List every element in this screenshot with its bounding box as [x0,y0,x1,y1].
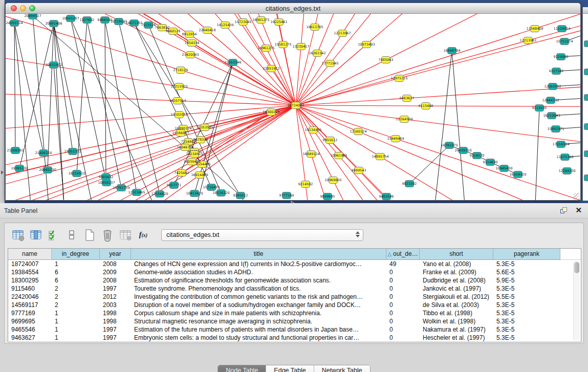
citation-edge-black[interactable] [105,20,106,177]
column-header-year[interactable]: year [100,249,131,260]
graph-node[interactable]: 21206591 [7,147,24,154]
citation-edge-red[interactable] [315,14,459,27]
graph-node[interactable]: 9660128 [166,28,181,35]
graph-node[interactable]: 11548408 [526,26,543,32]
citation-edge-black[interactable] [33,16,241,195]
graph-node[interactable]: 24055724 [6,20,23,27]
citation-edge-red[interactable] [178,101,296,105]
graph-node[interactable]: 9657771 [167,182,182,189]
citation-edge-black[interactable] [14,23,43,153]
citation-edge-red[interactable] [306,184,381,200]
graph-node[interactable]: 19166827 [172,130,189,137]
resize-grip[interactable] [573,193,580,200]
graph-node[interactable]: 9329960 [554,54,569,60]
graph-node[interactable]: 14895754 [372,154,388,160]
table-header-row[interactable]: namein_degreeyeartitle△out_de…shortpager… [8,249,581,260]
graph-node[interactable]: 16849124 [302,151,319,158]
citation-edge-red[interactable] [342,14,580,33]
graph-node[interactable]: 22640418 [199,27,215,34]
graph-node[interactable]: 1527602 [80,17,95,24]
citation-edge-red[interactable] [6,115,179,163]
graph-node[interactable]: 9777169 [279,192,294,199]
network-window-titlebar[interactable]: citations_edges.txt [6,3,580,14]
select-rows-button[interactable] [47,228,61,242]
graph-node[interactable]: 9699695 [320,193,335,200]
graph-node[interactable]: 16914479 [191,172,208,179]
citation-edge-red[interactable] [6,14,181,70]
background-window-sliver[interactable]: 11124127341144371595812160392450 [582,7,588,201]
graph-node[interactable]: 19125439 [216,22,233,29]
graph-node[interactable]: 16961275 [257,45,274,52]
graph-node[interactable]: 9821502 [402,181,417,187]
column-header-title[interactable]: title [131,249,386,260]
graph-node[interactable]: 9465546 [379,193,394,200]
citation-edge-red[interactable] [317,14,551,53]
graph-node[interactable]: 12213967 [334,30,351,37]
citation-edge-red[interactable] [6,133,181,200]
table-select-dropdown[interactable]: citations_edges.txt [161,229,363,241]
import-table-disabled-button[interactable] [118,228,133,242]
citation-edge-black[interactable] [435,51,452,200]
graph-node[interactable]: 2718126 [173,67,188,74]
graph-node[interactable]: 15449469 [387,136,404,142]
graph-node[interactable]: 21053346 [224,59,241,66]
graph-node[interactable]: 12975115 [390,75,407,82]
citation-edge-black[interactable] [54,24,73,151]
graph-node[interactable] [584,123,588,130]
graph-node[interactable]: 10973493 [358,41,375,48]
citation-edge-red[interactable] [181,70,296,105]
graph-node[interactable]: 12204330 [558,168,575,174]
graph-node[interactable]: 15723045 [234,19,251,26]
row-height-button[interactable] [64,228,79,242]
citation-edge-red[interactable] [200,105,296,175]
graph-node[interactable]: 15692971 [547,126,564,133]
column-header-pagerank[interactable]: pagerank [493,249,560,260]
citation-edge-red[interactable] [261,20,296,105]
citation-edge-red[interactable] [407,59,580,98]
graph-node[interactable]: 10413420 [186,190,203,197]
citation-edge-red[interactable] [333,180,580,200]
graph-node[interactable]: 10969605 [324,177,341,184]
column-header-name[interactable]: name [8,249,52,260]
graph-node[interactable]: 17771945 [321,60,338,67]
graph-node[interactable]: 15581275 [274,41,291,48]
graph-node[interactable]: 16210643 [543,113,560,119]
graph-node[interactable]: 12444132 [542,97,559,104]
graph-node[interactable] [584,150,588,157]
citation-edge-black[interactable] [134,23,246,200]
tab-edge-table[interactable]: Edge Table [266,365,314,372]
column-header-short[interactable]: short [420,249,493,260]
table-row[interactable]: 2242004622012Investigating the contribut… [8,293,573,301]
graph-node[interactable]: 9214502 [298,181,313,188]
graph-node[interactable]: 13230417 [292,43,309,50]
table-row[interactable]: 1456911722003Disruption of a novel membe… [8,301,573,309]
graph-node[interactable] [584,174,588,181]
table-row[interactable]: 1830029562008Estimation of significance … [8,276,573,285]
citation-edge-red[interactable] [380,157,580,200]
graph-node[interactable]: 9115460 [419,103,433,110]
graph-node[interactable]: 20945130 [39,167,56,173]
graph-node[interactable] [584,40,588,47]
table-row[interactable]: 977716911998Corpus callosum shape and si… [8,309,573,317]
column-header-out_de[interactable]: △out_de… [386,249,420,260]
graph-node[interactable]: 8912954 [182,31,197,38]
citation-edge-black[interactable] [54,24,64,200]
graph-node[interactable]: 18534320 [212,190,229,196]
close-icon[interactable]: ✕ [575,206,582,215]
graph-node[interactable]: 16261542 [309,50,325,57]
graph-node[interactable]: 9245012 [233,192,248,199]
graph-node[interactable] [584,69,588,75]
citation-edge-red[interactable] [339,156,580,200]
graph-node[interactable]: 16524320 [509,171,526,178]
graph-node[interactable]: 12164509 [396,116,412,123]
citation-edge-red[interactable] [396,139,580,200]
table-row[interactable]: 946554611997Estimation of the future num… [8,325,573,334]
citation-edge-red[interactable] [330,14,580,63]
graph-node[interactable]: 23420043 [182,52,199,58]
citation-edge-red[interactable] [358,132,580,200]
graph-node[interactable]: 11875340 [556,154,573,161]
network-canvas[interactable]: 1527602165433427181264899543725440274254… [6,14,580,200]
citation-edge-red[interactable] [366,14,580,45]
citation-edge-red[interactable] [192,105,296,162]
citation-edge-red[interactable] [6,14,266,48]
